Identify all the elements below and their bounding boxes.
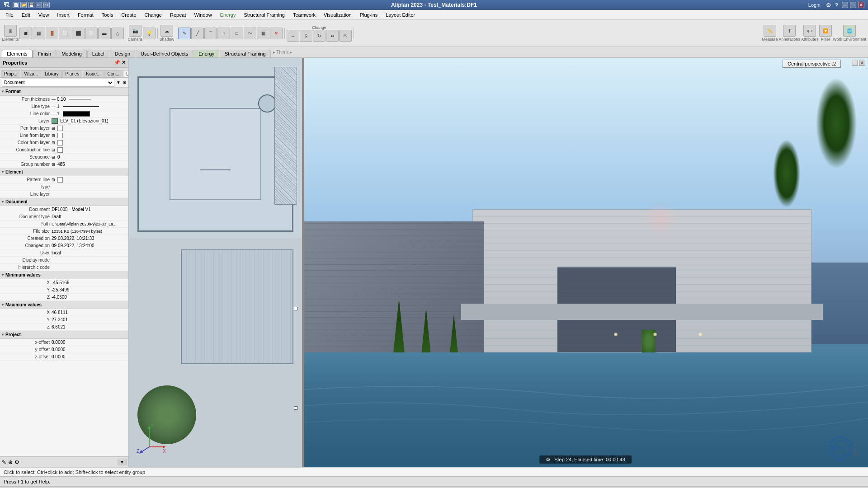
menu-tools[interactable]: Tools [98,11,117,19]
vp-expand-btn[interactable]: ⬜ [852,60,858,66]
tab-layers[interactable]: Layers [123,70,128,77]
tab-label[interactable]: Label [87,50,109,57]
tb-column[interactable]: ⬜ [85,28,98,39]
menu-change[interactable]: Change [141,11,165,19]
tb-scale[interactable]: ⇱ [339,30,352,42]
tb-rect[interactable]: □ [231,28,243,39]
tb-polyline[interactable]: ╱ [191,28,204,39]
menu-window[interactable]: Window [190,11,215,19]
construction-check[interactable] [57,147,63,153]
tb-spline[interactable]: 〜 [244,28,256,39]
menu-format[interactable]: Format [74,11,97,19]
menu-energy[interactable]: Energy [217,11,240,19]
tb-window[interactable]: ⬜ [59,28,71,39]
viewport-divider[interactable] [303,58,304,467]
menu-create[interactable]: Create [118,11,140,19]
tab-issue[interactable]: Issue... [83,70,104,77]
tab-user-objects[interactable]: User-Defined Objects [136,50,193,57]
new-btn[interactable]: 📄 [13,2,19,8]
props-gear-icon[interactable]: ⚙ [14,459,19,465]
tab-elements[interactable]: Elements [2,50,33,57]
tb-camera-btn[interactable]: 📷 [129,25,142,37]
menu-repeat[interactable]: Repeat [166,11,189,19]
help-icon[interactable]: ? [835,2,838,9]
menu-file[interactable]: File [2,11,17,19]
menu-edit[interactable]: Edit [18,11,34,19]
tb-roof[interactable]: △ [111,28,124,39]
tab-planes[interactable]: Planes [62,70,83,77]
tab-structural[interactable]: Structural Framing [220,50,270,57]
tab-finish[interactable]: Finish [33,50,56,57]
tb-measure[interactable]: 📏 [764,25,776,37]
tb-surfaces[interactable]: ◼ [19,28,32,39]
open-btn[interactable]: 📂 [20,2,27,8]
tb-circle[interactable]: ○ [217,28,230,39]
close-panel-btn[interactable]: ✕ [122,60,126,66]
props-add-icon[interactable]: ⊕ [8,459,13,465]
tb-work-env[interactable]: 🌐 [843,25,856,37]
menu-teamwork[interactable]: Teamwork [289,11,319,19]
menu-view[interactable]: View [35,11,53,19]
close-btn[interactable]: ✕ [858,2,864,8]
section-min-header[interactable]: ▾ Minimum values [0,271,128,279]
tb-arc[interactable]: ⌒ [204,28,217,39]
line-layer-check[interactable] [57,133,63,138]
menu-structural[interactable]: Structural Framing [240,11,288,19]
login-btn[interactable]: Login [808,2,821,8]
vp-close-btn[interactable]: ✕ [859,60,865,66]
tab-design[interactable]: Design [110,50,135,57]
tb-door[interactable]: 🚪 [46,28,58,39]
color-layer-check[interactable] [57,140,63,145]
viewport-perspective[interactable]: Central perspective :2 ⬜ ✕ [303,58,868,467]
pen-layer-check[interactable] [57,126,63,131]
tb-stair[interactable]: ⬛ [72,28,85,39]
tb-sep-1 [126,28,126,39]
tab-library[interactable]: Library [42,70,62,77]
redo-btn[interactable]: ↪ [43,2,50,8]
undo-btn[interactable]: ↩ [36,2,42,8]
filter-icon[interactable]: ▼ [116,80,121,85]
section-project-header[interactable]: ▾ Project [0,331,128,339]
tb-text[interactable]: T [783,25,796,37]
section-project-label: Project [5,332,21,337]
props-edit-icon[interactable]: ✎ [2,459,6,465]
settings-icon[interactable]: ⚙ [826,2,831,9]
tb-slab[interactable]: ▬ [98,28,111,39]
save-btn[interactable]: 💾 [28,2,34,8]
filter-settings-icon[interactable]: ⚙ [123,80,127,85]
tb-attributes[interactable]: 🏷 [803,25,816,37]
menu-visualization[interactable]: Visualization [320,11,355,19]
tab-prop[interactable]: Prop... [1,70,20,77]
tab-energy[interactable]: Energy [193,50,219,57]
tb-layers-btn[interactable]: ⊞ [4,25,17,37]
tb-rotate[interactable]: ↻ [313,30,326,42]
tb-mirror[interactable]: ⇔ [326,30,339,42]
tb-hatch[interactable]: ▦ [257,28,269,39]
tb-line[interactable]: ✎ [178,28,191,39]
section-document-header[interactable]: ▾ Document [0,198,128,206]
menu-layout[interactable]: Layout Editor [382,11,419,19]
minimize-btn[interactable]: — [842,2,848,8]
menu-plugins[interactable]: Plug-ins [356,11,382,19]
menu-insert[interactable]: Insert [53,11,73,19]
viewport-2d[interactable]: Y X Z [129,58,303,467]
pattern-check[interactable] [57,177,63,183]
tb-light[interactable]: 💡 [143,28,156,39]
props-dropdown-btn[interactable]: ▼ [118,459,127,465]
tb-copy[interactable]: ⎘ [300,30,312,42]
tb-shadow[interactable]: ☁ [160,25,173,37]
tb-delete[interactable]: ✕ [270,28,283,39]
maximize-btn[interactable]: □ [850,2,856,8]
tb-move[interactable]: ↔ [287,30,299,42]
tab-wiza[interactable]: Wiza... [21,70,41,77]
section-max-header[interactable]: ▾ Maximum values [0,301,128,309]
pin-icon[interactable]: 📌 [114,60,120,66]
settings-icon-vp[interactable]: ⚙ [546,456,551,463]
filter-dropdown[interactable]: Document [2,79,114,87]
tb-filter[interactable]: 🔽 [819,25,832,37]
section-element-header[interactable]: ▾ Element [0,168,128,176]
section-format-header[interactable]: ▾ Format [0,88,128,96]
tab-modeling[interactable]: Modeling [57,50,87,57]
tb-wall[interactable]: ▦ [33,28,45,39]
tab-con[interactable]: Con... [104,70,123,77]
